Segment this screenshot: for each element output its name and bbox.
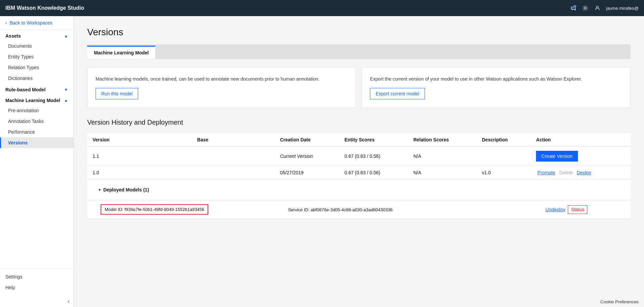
deployed-models-toggle[interactable]: ▼ Deployed Models (1) bbox=[93, 184, 625, 196]
sidebar-bottom: Settings Help bbox=[0, 268, 73, 296]
status-button[interactable]: Status bbox=[568, 205, 587, 214]
row-action-1-0: Promote Delete Deploy bbox=[531, 166, 631, 180]
row-description-1-0: v1.0 bbox=[477, 166, 531, 180]
run-model-button[interactable]: Run this model bbox=[96, 88, 138, 99]
notification-badge bbox=[574, 5, 576, 8]
run-model-card: Machine learning models, once trained, c… bbox=[87, 67, 356, 108]
chevron-left-icon: ‹ bbox=[5, 20, 7, 26]
export-model-description: Export the current version of your model… bbox=[370, 76, 622, 83]
run-model-description: Machine learning models, once trained, c… bbox=[96, 76, 348, 83]
service-id-label: Service ID: abf0676e-3d05-4c88-a030-a3ad… bbox=[288, 207, 393, 212]
row-version-1-1: 1.1 bbox=[87, 147, 192, 166]
back-to-workspaces-button[interactable]: ‹ Back to Workspaces bbox=[0, 16, 73, 30]
col-entity-scores: Entity Scores bbox=[339, 133, 408, 147]
sidebar-item-performance[interactable]: Performance bbox=[0, 127, 73, 137]
table-row: 1.0 05/27/2019 0.67 (0.83 / 0.56) N/A v1… bbox=[87, 166, 631, 180]
rule-based-model-label[interactable]: Rule-based Model ▼ bbox=[0, 84, 73, 94]
deployed-triangle-icon: ▼ bbox=[98, 188, 101, 192]
deploy-button[interactable]: Deploy bbox=[576, 170, 593, 175]
sidebar-item-annotation-tasks[interactable]: Annotation Tasks bbox=[0, 116, 73, 127]
info-cards: Machine learning models, once trained, c… bbox=[87, 67, 631, 108]
user-icon[interactable] bbox=[594, 5, 601, 11]
export-model-card: Export the current version of your model… bbox=[362, 67, 631, 108]
app-layout: ‹ Back to Workspaces Assets ▲ Documents … bbox=[0, 16, 644, 307]
table-header-row: Version Base Creation Date Entity Scores… bbox=[87, 133, 631, 147]
top-navigation: IBM Watson Knowledge Studio jaume.mira bbox=[0, 0, 644, 16]
col-relation-scores: Relation Scores bbox=[408, 133, 476, 147]
model-id-box: Model ID: f939a7fe-50b1-49fd-8049-1552b1… bbox=[101, 204, 208, 215]
sidebar-item-settings[interactable]: Settings bbox=[0, 271, 73, 282]
sidebar-item-dictionaries[interactable]: Dictionaries bbox=[0, 73, 73, 84]
row-action-1-1: Create Version bbox=[531, 147, 631, 166]
sidebar-item-help[interactable]: Help bbox=[0, 282, 73, 293]
username-label: jaume.miralles@ bbox=[606, 6, 639, 11]
sidebar-item-entity-types[interactable]: Entity Types bbox=[0, 51, 73, 62]
promote-button[interactable]: Promote bbox=[536, 170, 556, 175]
row-relation-scores-1-1: N/A bbox=[408, 147, 476, 166]
row-entity-scores-1-0: 0.67 (0.83 / 0.56) bbox=[339, 166, 408, 180]
notifications-icon[interactable] bbox=[570, 5, 577, 11]
sidebar-item-pre-annotation[interactable]: Pre-annotation bbox=[0, 105, 73, 116]
row-base-1-0 bbox=[192, 166, 275, 180]
col-action: Action bbox=[531, 133, 631, 147]
rule-based-chevron-icon: ▼ bbox=[64, 87, 68, 92]
brand-area: IBM Watson Knowledge Studio bbox=[5, 5, 84, 11]
tab-machine-learning-model[interactable]: Machine Learning Model bbox=[87, 46, 155, 59]
row-creation-date-1-1: Current Version bbox=[275, 147, 339, 166]
svg-point-0 bbox=[584, 7, 586, 9]
col-creation-date: Creation Date bbox=[275, 133, 339, 147]
tabs-bar: Machine Learning Model bbox=[87, 44, 631, 59]
delete-button[interactable]: Delete bbox=[558, 170, 574, 175]
ml-model-chevron-icon: ▲ bbox=[64, 98, 68, 103]
app-brand: IBM Watson Knowledge Studio bbox=[5, 5, 84, 11]
sidebar-item-versions[interactable]: Versions bbox=[0, 137, 73, 148]
row-description-1-1 bbox=[477, 147, 531, 166]
row-creation-date-1-0: 05/27/2019 bbox=[275, 166, 339, 180]
topnav-right-area: jaume.miralles@ bbox=[570, 5, 639, 11]
sidebar-item-relation-types[interactable]: Relation Types bbox=[0, 62, 73, 73]
sidebar-collapse-button[interactable]: ‹ bbox=[0, 296, 73, 307]
row-entity-scores-1-1: 0.67 (0.83 / 0.56) bbox=[339, 147, 408, 166]
sidebar-item-documents[interactable]: Documents bbox=[0, 41, 73, 51]
sidebar: ‹ Back to Workspaces Assets ▲ Documents … bbox=[0, 16, 74, 307]
row-relation-scores-1-0: N/A bbox=[408, 166, 476, 180]
deployed-models-section: ▼ Deployed Models (1) bbox=[87, 180, 631, 200]
main-content: Versions Machine Learning Model Machine … bbox=[74, 16, 644, 307]
row-base-1-1 bbox=[192, 147, 275, 166]
row-version-1-0: 1.0 bbox=[87, 166, 192, 180]
undeploy-button[interactable]: Undeploy bbox=[544, 207, 567, 212]
settings-icon[interactable] bbox=[582, 5, 589, 11]
create-version-button[interactable]: Create Version bbox=[536, 151, 578, 162]
cookie-preferences[interactable]: Cookie Preferences bbox=[600, 299, 639, 304]
page-title: Versions bbox=[87, 27, 631, 38]
deployed-model-row: Model ID: f939a7fe-50b1-49fd-8049-1552b1… bbox=[87, 200, 631, 219]
svg-point-1 bbox=[596, 6, 598, 8]
table-row: 1.1 Current Version 0.67 (0.83 / 0.56) N… bbox=[87, 147, 631, 166]
assets-chevron-icon: ▲ bbox=[64, 34, 68, 38]
version-history-title: Version History and Deployment bbox=[87, 119, 631, 126]
col-description: Description bbox=[477, 133, 531, 147]
col-base: Base bbox=[192, 133, 275, 147]
ml-model-label[interactable]: Machine Learning Model ▲ bbox=[0, 94, 73, 105]
assets-section-label[interactable]: Assets ▲ bbox=[0, 30, 73, 41]
col-version: Version bbox=[87, 133, 192, 147]
versions-table: Version Base Creation Date Entity Scores… bbox=[87, 133, 631, 219]
export-model-button[interactable]: Export current model bbox=[370, 88, 425, 99]
